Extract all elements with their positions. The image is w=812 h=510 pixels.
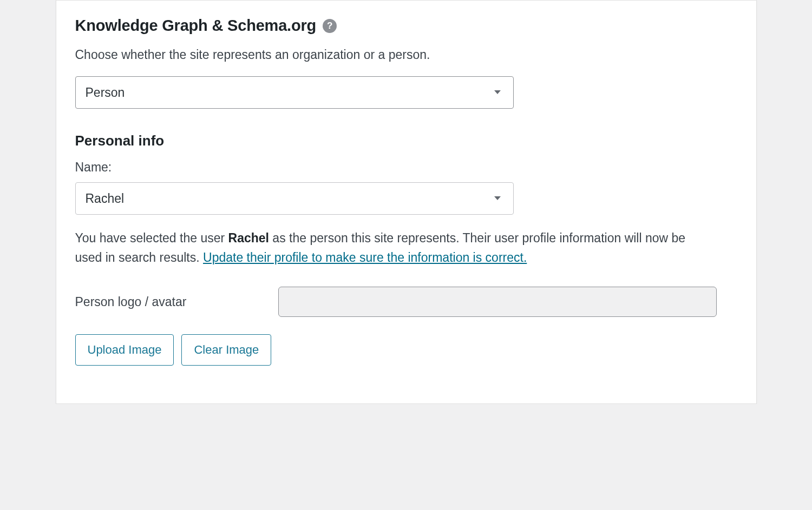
- upload-image-button[interactable]: Upload Image: [75, 334, 174, 366]
- clear-image-button[interactable]: Clear Image: [181, 334, 271, 366]
- avatar-label: Person logo / avatar: [75, 295, 187, 309]
- entity-type-value: Person: [86, 85, 125, 100]
- name-select[interactable]: Rachel: [75, 182, 514, 215]
- info-prefix: You have selected the user: [75, 231, 228, 245]
- chevron-down-icon: [494, 90, 501, 95]
- personal-info-heading: Personal info: [75, 133, 737, 149]
- name-select-wrap: Rachel: [75, 182, 514, 215]
- info-user-name: Rachel: [228, 231, 269, 245]
- section-title: Knowledge Graph & Schema.org: [75, 17, 317, 35]
- name-label: Name:: [75, 160, 737, 175]
- settings-panel: Knowledge Graph & Schema.org ? Choose wh…: [56, 0, 757, 404]
- name-select-value: Rachel: [86, 191, 125, 206]
- chevron-down-icon: [494, 196, 501, 201]
- section-description: Choose whether the site represents an or…: [75, 48, 737, 62]
- avatar-input[interactable]: [278, 287, 717, 317]
- update-profile-link[interactable]: Update their profile to make sure the in…: [203, 250, 527, 264]
- entity-type-select-wrap: Person: [75, 76, 514, 109]
- avatar-row: Person logo / avatar: [75, 287, 737, 317]
- section-header-row: Knowledge Graph & Schema.org ?: [75, 17, 737, 35]
- help-icon[interactable]: ?: [323, 19, 337, 33]
- button-row: Upload Image Clear Image: [75, 334, 737, 366]
- entity-type-select[interactable]: Person: [75, 76, 514, 109]
- profile-info-text: You have selected the user Rachel as the…: [75, 229, 714, 267]
